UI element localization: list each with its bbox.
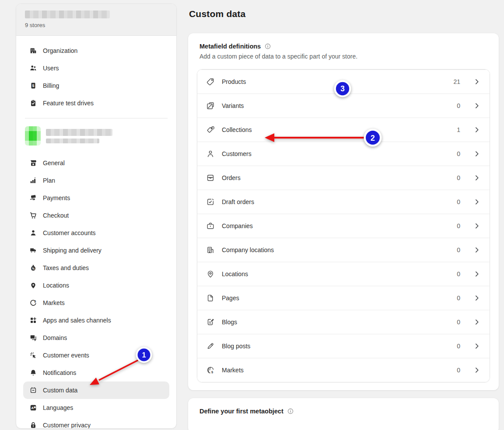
svg-text:$: $ xyxy=(32,83,35,88)
metafield-definition-row[interactable]: Draft orders 0 xyxy=(197,190,490,214)
pages-icon xyxy=(206,294,215,302)
organization-header: 9 stores xyxy=(16,4,176,36)
sidebar-item[interactable]: Shipping and delivery xyxy=(23,242,169,259)
checkout-icon xyxy=(29,212,37,219)
chevron-right-icon xyxy=(473,102,481,110)
chevron-right-icon xyxy=(473,318,481,326)
chevron-right-icon xyxy=(473,78,481,86)
sidebar-item[interactable]: Plan xyxy=(23,172,169,189)
sidebar-item[interactable]: Organization xyxy=(23,42,169,59)
customer-accounts-icon xyxy=(29,229,37,237)
definition-count: 0 xyxy=(451,343,460,350)
definition-count: 0 xyxy=(451,198,460,205)
metafield-definition-row[interactable]: Orders 0 xyxy=(197,166,490,190)
metafield-definition-row[interactable]: $ Markets 0 xyxy=(197,358,490,382)
customer-events-icon xyxy=(29,351,37,359)
metafield-definition-row[interactable]: Variants 0 xyxy=(197,94,490,118)
chevron-right-icon xyxy=(473,342,481,350)
svg-text:A: A xyxy=(31,406,34,410)
metafield-definitions-description: Add a custom piece of data to a specific… xyxy=(200,53,490,60)
store-header xyxy=(16,122,176,148)
definition-count: 1 xyxy=(451,126,460,133)
orders-icon xyxy=(206,173,215,182)
metafield-definitions-list: Products 21 Variants 0 xyxy=(197,69,490,382)
chevron-right-icon xyxy=(473,174,481,182)
metafield-definition-row[interactable]: Customers 0 xyxy=(197,142,490,166)
svg-text:$: $ xyxy=(34,299,36,303)
plan-icon xyxy=(29,177,37,184)
sidebar-item[interactable]: Users xyxy=(23,59,169,77)
company-locations-icon xyxy=(206,246,215,254)
definition-count: 0 xyxy=(451,102,460,109)
companies-icon xyxy=(206,222,215,230)
definition-count: 0 xyxy=(451,367,460,374)
metafield-definition-row[interactable]: Company locations 0 xyxy=(197,238,490,262)
sidebar-item[interactable]: A Languages xyxy=(23,399,169,416)
settings-sidebar: 9 stores Organization Users $ Billing Fe… xyxy=(16,3,177,429)
page-title: Custom data xyxy=(189,9,499,19)
sidebar-item[interactable]: Apps and sales channels xyxy=(23,312,169,329)
definition-count: 0 xyxy=(451,295,460,302)
sidebar-item[interactable]: Customer accounts xyxy=(23,224,169,242)
svg-text:$: $ xyxy=(211,370,214,374)
sidebar-item[interactable]: Locations xyxy=(23,277,169,294)
feature-test-drives-icon xyxy=(29,99,37,107)
sidebar-item[interactable]: General xyxy=(23,154,169,172)
chevron-right-icon xyxy=(473,270,481,278)
notifications-icon xyxy=(29,369,37,377)
sidebar-divider xyxy=(25,118,168,118)
metafield-definition-row[interactable]: Pages 0 xyxy=(197,286,490,310)
markets-globe-icon: $ xyxy=(206,366,215,375)
definition-count: 0 xyxy=(451,246,460,253)
metafield-definition-row[interactable]: Blogs 0 xyxy=(197,310,490,334)
taxes-icon: % xyxy=(29,264,37,272)
metafield-definition-row[interactable]: Collections 1 xyxy=(197,118,490,142)
sidebar-item[interactable]: Customer privacy xyxy=(23,416,169,429)
markets-icon: $ xyxy=(29,299,37,307)
chevron-right-icon xyxy=(473,222,481,230)
sidebar-item[interactable]: % Taxes and duties xyxy=(23,259,169,277)
metafield-definition-row[interactable]: Products 21 xyxy=(197,69,490,94)
domains-icon xyxy=(29,334,37,342)
sidebar-item[interactable]: Notifications xyxy=(23,364,169,381)
definition-count: 0 xyxy=(451,319,460,326)
info-icon[interactable] xyxy=(264,43,271,50)
metafield-definition-row[interactable]: Blog posts 0 xyxy=(197,334,490,358)
metaobject-card: Define your first metaobject xyxy=(188,398,499,430)
sidebar-item[interactable]: Feature test drives xyxy=(23,94,169,112)
definition-count: 0 xyxy=(451,270,460,277)
svg-text:%: % xyxy=(32,267,35,270)
sidebar-item[interactable]: $ Markets xyxy=(23,294,169,312)
metafield-definition-row[interactable]: Locations 0 xyxy=(197,262,490,286)
chevron-right-icon xyxy=(473,246,481,254)
info-icon[interactable] xyxy=(287,408,294,415)
metafield-definition-row[interactable]: Companies 0 xyxy=(197,214,490,238)
chevron-right-icon xyxy=(473,366,481,374)
sidebar-item[interactable]: Customer events xyxy=(23,347,169,364)
sidebar-item[interactable]: Checkout xyxy=(23,207,169,224)
sidebar-item[interactable]: Domains xyxy=(23,329,169,347)
variants-icon xyxy=(206,101,215,110)
stores-count-label: 9 stores xyxy=(25,22,168,28)
languages-icon: A xyxy=(29,404,37,412)
locations-pin-icon xyxy=(206,270,215,278)
users-icon xyxy=(29,64,37,72)
chevron-right-icon xyxy=(473,198,481,206)
shipping-icon xyxy=(29,246,37,254)
customer-privacy-icon xyxy=(29,421,37,429)
apps-icon xyxy=(29,316,37,324)
sidebar-item[interactable]: $ Billing xyxy=(23,77,169,94)
sidebar-item[interactable]: Payments xyxy=(23,189,169,207)
organization-nav: Organization Users $ Billing Feature tes… xyxy=(16,36,176,114)
chevron-right-icon xyxy=(473,294,481,302)
payments-icon xyxy=(29,194,37,202)
sidebar-item[interactable]: Custom data xyxy=(23,381,169,399)
draft-orders-icon xyxy=(206,198,215,206)
products-tag-icon xyxy=(206,77,215,86)
custom-data-page: Custom data Metafield definitions Add a … xyxy=(188,9,499,430)
chevron-right-icon xyxy=(473,126,481,134)
definition-count: 0 xyxy=(451,150,460,157)
definition-count: 0 xyxy=(451,174,460,181)
metafield-definitions-card: Metafield definitions Add a custom piece… xyxy=(188,33,499,390)
definition-count: 21 xyxy=(451,78,460,85)
